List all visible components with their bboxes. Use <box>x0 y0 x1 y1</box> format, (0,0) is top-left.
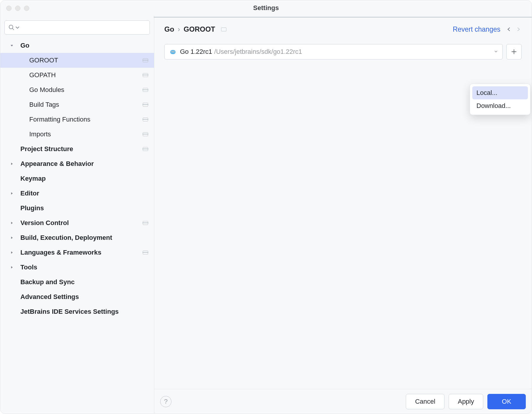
sidebar-item-label: Backup and Sync <box>20 278 74 286</box>
chevron-right-icon[interactable] <box>9 221 15 225</box>
sidebar-item[interactable]: Keymap <box>0 171 154 186</box>
sidebar-item-label: Go Modules <box>29 86 64 94</box>
go-sdk-icon <box>169 48 176 55</box>
chevron-right-icon[interactable] <box>9 236 15 240</box>
breadcrumb: Go › GOROOT <box>164 25 226 33</box>
project-scope-icon <box>143 73 148 77</box>
sidebar-item[interactable]: Advanced Settings <box>0 290 154 304</box>
svg-point-5 <box>172 51 172 52</box>
back-icon[interactable] <box>506 26 512 33</box>
project-scope-icon <box>143 103 148 107</box>
sidebar-item-label: Formatting Functions <box>29 116 90 123</box>
project-scope-icon <box>143 147 148 151</box>
sidebar-item[interactable]: GOROOT <box>0 53 154 68</box>
sidebar-item-label: Advanced Settings <box>20 293 79 301</box>
sidebar-item-label: Imports <box>29 130 51 138</box>
sidebar-item-label: Editor <box>20 190 39 197</box>
breadcrumb-goroot: GOROOT <box>184 25 215 33</box>
sidebar-item[interactable]: Go Modules <box>0 83 154 97</box>
svg-point-6 <box>173 51 174 52</box>
titlebar: Settings <box>0 0 532 16</box>
sidebar-item[interactable]: Version Control <box>0 216 154 230</box>
sidebar-item[interactable]: Imports <box>0 127 154 142</box>
sidebar-item[interactable]: Project Structure <box>0 142 154 156</box>
sidebar-item-label: Build Tags <box>29 101 59 109</box>
sidebar-item[interactable]: Go <box>0 38 154 53</box>
sidebar-item-label: GOPATH <box>29 71 56 79</box>
sidebar-item-label: Keymap <box>20 175 46 182</box>
sidebar-item-label: Appearance & Behavior <box>20 160 94 168</box>
search-input[interactable] <box>4 20 150 35</box>
breadcrumb-go[interactable]: Go <box>164 25 174 33</box>
sidebar-item[interactable]: GOPATH <box>0 68 154 83</box>
chevron-down-icon[interactable] <box>9 43 15 48</box>
cancel-button[interactable]: Cancel <box>406 394 444 409</box>
sidebar-item-label: Version Control <box>20 219 69 227</box>
goroot-sdk-path: /Users/jetbrains/sdk/go1.22rc1 <box>214 48 302 56</box>
goroot-sdk-select[interactable]: Go 1.22rc1 /Users/jetbrains/sdk/go1.22rc… <box>164 44 503 59</box>
chevron-right-icon[interactable] <box>9 162 15 166</box>
settings-window: Settings GoGOROOTGOPATHGo ModulesBuild T… <box>0 0 532 414</box>
sidebar-item-label: Plugins <box>20 204 44 212</box>
sidebar-item-label: Build, Execution, Deployment <box>20 234 112 242</box>
search-dropdown-icon[interactable] <box>14 24 21 31</box>
add-sdk-popup: Local... Download... <box>470 84 531 115</box>
revert-changes-link[interactable]: Revert changes <box>453 25 500 33</box>
sidebar-item[interactable]: JetBrains IDE Services Settings <box>0 304 154 319</box>
project-scope-icon <box>143 221 148 225</box>
sidebar-item[interactable]: Tools <box>0 260 154 275</box>
sidebar-item[interactable]: Formatting Functions <box>0 112 154 127</box>
popup-download-option[interactable]: Download... <box>472 99 528 112</box>
forward-icon <box>515 26 522 33</box>
project-scope-icon <box>221 28 226 31</box>
chevron-down-icon <box>494 48 498 56</box>
sidebar-item[interactable]: Languages & Frameworks <box>0 245 154 260</box>
project-scope-icon <box>143 251 148 255</box>
settings-tree: GoGOROOTGOPATHGo ModulesBuild TagsFormat… <box>0 38 154 414</box>
add-sdk-button[interactable] <box>506 44 522 59</box>
settings-sidebar: GoGOROOTGOPATHGo ModulesBuild TagsFormat… <box>0 16 154 414</box>
sidebar-item-label: Languages & Frameworks <box>20 249 101 256</box>
sidebar-item[interactable]: Editor <box>0 186 154 201</box>
project-scope-icon <box>143 118 148 122</box>
sidebar-item-label: Project Structure <box>20 145 73 153</box>
svg-rect-2 <box>170 50 176 54</box>
project-scope-icon <box>143 59 148 62</box>
help-button[interactable]: ? <box>160 396 171 407</box>
breadcrumb-separator: › <box>178 25 180 33</box>
ok-button[interactable]: OK <box>487 394 526 409</box>
search-icon <box>8 24 15 31</box>
sidebar-item[interactable]: Build, Execution, Deployment <box>0 230 154 245</box>
dialog-footer: ? Cancel Apply OK <box>154 389 532 414</box>
sidebar-item[interactable]: Plugins <box>0 201 154 216</box>
plus-icon <box>510 48 518 55</box>
svg-point-0 <box>9 25 13 29</box>
sidebar-item[interactable]: Backup and Sync <box>0 275 154 290</box>
sidebar-item[interactable]: Appearance & Behavior <box>0 156 154 171</box>
chevron-right-icon[interactable] <box>9 191 15 195</box>
sidebar-item[interactable]: Build Tags <box>0 97 154 112</box>
popup-local-option[interactable]: Local... <box>472 86 528 99</box>
chevron-right-icon[interactable] <box>9 250 15 255</box>
window-title: Settings <box>0 4 532 12</box>
sidebar-item-label: Tools <box>20 263 37 271</box>
sidebar-item-label: Go <box>20 42 30 49</box>
sidebar-item-label: JetBrains IDE Services Settings <box>20 308 119 316</box>
svg-line-1 <box>12 28 14 30</box>
project-scope-icon <box>143 88 148 92</box>
project-scope-icon <box>143 132 148 136</box>
apply-button[interactable]: Apply <box>449 394 483 409</box>
sidebar-item-label: GOROOT <box>29 56 58 64</box>
chevron-right-icon[interactable] <box>9 265 15 269</box>
goroot-sdk-name: Go 1.22rc1 <box>180 48 212 56</box>
content-panel: Go › GOROOT Revert changes <box>154 16 532 414</box>
